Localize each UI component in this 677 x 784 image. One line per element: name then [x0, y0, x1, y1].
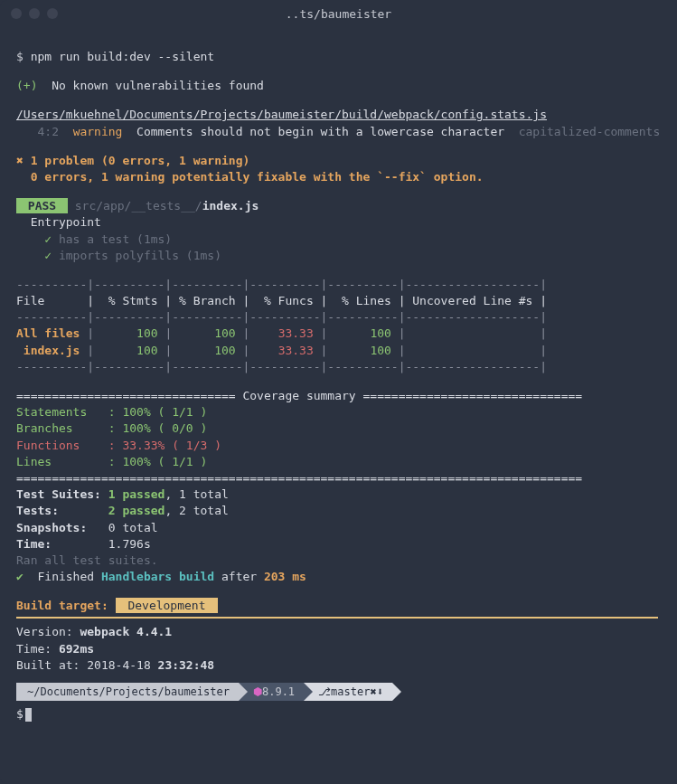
table-sep: ----------|----------|----------|-------…	[16, 309, 661, 326]
tests-line: Tests: 2 passed, 2 total	[16, 503, 661, 519]
table-sep: ----------|----------|----------|-------…	[16, 359, 661, 375]
jest-test-1-text: has a test (1ms)	[59, 232, 172, 246]
status-bar: ~/Documents/Projects/baumeister ⬢ 8.9.1 …	[16, 683, 661, 701]
cov-summary-stmts: Statements : 100% ( 1/1 )	[16, 404, 661, 420]
lint-message: Comments should not begin with a lowerca…	[122, 125, 518, 138]
check-icon: ✓	[16, 249, 59, 262]
jest-test-1: ✓ has a test (1ms)	[16, 231, 661, 248]
pass-badge: PASS	[16, 198, 68, 213]
build-target-badge: Development	[116, 598, 219, 613]
prompt-symbol: $	[16, 706, 24, 723]
node-version: 8.9.1	[262, 685, 295, 700]
ran-all-line: Ran all test suites.	[16, 553, 661, 569]
coverage-summary-header: =============================== Coverage…	[16, 388, 661, 404]
cursor-icon	[25, 708, 32, 722]
command-text: npm run build:dev --silent	[31, 50, 215, 63]
plus-icon: (+)	[16, 79, 37, 92]
terminal-output: $ npm run build:dev --silent (+) No know…	[0, 27, 677, 732]
problem-summary: ✖ 1 problem (0 errors, 1 warning)	[16, 154, 249, 167]
jest-path-dim: src/app/__tests__/	[68, 199, 202, 213]
lint-file-path: /Users/mkuehnel/Documents/Projects/baume…	[16, 108, 547, 121]
handlebars-line: ✔ Finished Handlebars build after 203 ms	[16, 569, 661, 585]
handlebars-ms: 203 ms	[264, 570, 306, 583]
cov-uncov: |	[406, 344, 548, 357]
titlebar: ..ts/baumeister	[0, 0, 677, 27]
cov-summary-lines: Lines : 100% ( 1/1 )	[16, 454, 661, 470]
branch-icon: ⎇	[318, 685, 331, 700]
lint-rule: capitalized-comments	[519, 125, 661, 138]
time-line: Time: 1.796s	[16, 536, 661, 553]
cov-branch: 100	[172, 326, 235, 340]
vulnerability-text: No known vulnerabilities found	[37, 79, 263, 92]
problem-fixable: 0 errors, 1 warning potentially fixable …	[16, 170, 484, 184]
webpack-version-line: Version: webpack 4.4.1	[16, 624, 661, 640]
cov-file: All files	[16, 326, 80, 340]
cov-stmts: 100	[94, 326, 157, 340]
build-target-line: Build target: Development	[16, 598, 661, 614]
cov-branch: 100	[172, 344, 235, 357]
check-icon: ✔	[16, 570, 24, 583]
cov-lines: 100	[327, 344, 390, 357]
cov-summary-branches: Branches : 100% ( 0/0 )	[16, 420, 661, 437]
jest-test-2-text: imports polyfills (1ms)	[59, 249, 221, 262]
status-node-segment: ⬢ 8.9.1	[239, 683, 304, 701]
window-title: ..ts/baumeister	[286, 7, 391, 21]
status-path-segment: ~/Documents/Projects/baumeister	[16, 683, 239, 701]
table-row: index.js | 100 | 100 | 33.33 | 100 | |	[16, 343, 661, 359]
cwd-path: ~/Documents/Projects/baumeister	[27, 685, 230, 700]
check-icon: ✓	[16, 232, 59, 246]
test-suites-line: Test Suites: 1 passed, 1 total	[16, 486, 661, 503]
handlebars-name: Handlebars	[101, 570, 172, 583]
cov-file: index.js	[16, 344, 80, 357]
vulnerability-line: (+) No known vulnerabilities found	[16, 78, 661, 94]
close-icon[interactable]	[11, 8, 22, 19]
cov-funcs: 33.33	[249, 326, 313, 340]
jest-file: index.js	[202, 199, 259, 213]
status-git-segment: ⎇ master ✖ ⬇	[304, 683, 392, 701]
webpack-time-line: Time: 692ms	[16, 641, 661, 657]
prompt-symbol: $	[16, 50, 31, 63]
maximize-icon[interactable]	[47, 8, 58, 19]
table-row: All files | 100 | 100 | 33.33 | 100 | |	[16, 326, 661, 342]
jest-pass-line: PASS src/app/__tests__/index.js	[16, 198, 661, 214]
git-branch: master	[331, 685, 370, 700]
cov-lines: 100	[327, 326, 390, 340]
cov-stmts: 100	[94, 344, 157, 357]
jest-entrypoint: Entrypoint	[16, 215, 101, 229]
jest-test-2: ✓ imports polyfills (1ms)	[16, 248, 661, 264]
git-dirty-icon: ✖	[370, 685, 376, 700]
cov-summary-functions: Functions : 33.33% ( 1/3 )	[16, 438, 661, 454]
lint-position: 4:2	[16, 125, 73, 138]
lint-row: 4:2 warning Comments should not begin wi…	[16, 124, 661, 140]
snapshots-line: Snapshots: 0 total	[16, 520, 661, 536]
cov-funcs: 33.33	[249, 344, 313, 357]
command-line: $ npm run build:dev --silent	[16, 49, 661, 65]
webpack-built-line: Built at: 2018-4-18 23:32:48	[16, 657, 661, 674]
build-target-label: Build target:	[16, 599, 116, 612]
git-ahead-icon: ⬇	[377, 685, 383, 700]
coverage-summary-footer: ========================================…	[16, 470, 661, 486]
traffic-lights	[11, 8, 58, 19]
lint-level: warning	[73, 125, 123, 138]
node-icon: ⬢	[253, 685, 262, 700]
prompt-line[interactable]: $	[16, 706, 661, 723]
table-header: File | % Stmts | % Branch | % Funcs | % …	[16, 293, 661, 309]
table-sep: ----------|----------|----------|-------…	[16, 277, 661, 293]
cov-uncov: |	[406, 326, 548, 340]
minimize-icon[interactable]	[29, 8, 40, 19]
